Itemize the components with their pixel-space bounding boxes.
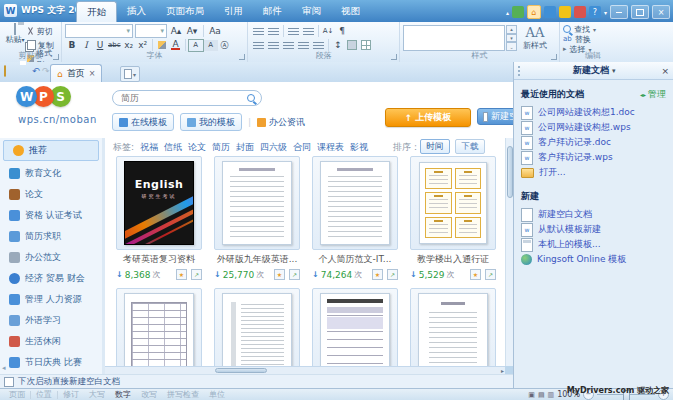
template-card[interactable]: 教学楼出入通行证 ↓ 5,529 次 ★ ↗ [407,156,499,280]
tag-letter-paper[interactable]: 信纸 [164,141,182,154]
favorite-icon[interactable]: ★ [372,269,383,280]
vertical-scrollbar[interactable] [505,138,513,366]
find-button[interactable]: 查找 ▾ [563,24,623,34]
minimize-button[interactable] [610,5,628,19]
cut-button[interactable]: 剪切 [27,24,58,38]
tab-mail[interactable]: 邮件 [253,1,292,22]
bullets-icon[interactable] [253,28,264,37]
new-blank-item[interactable]: 新建空白文档 [521,207,666,222]
template-thumbnail[interactable] [214,288,300,366]
upload-template-button[interactable]: ↑ 上传模板 [385,108,471,127]
panel-dropdown-icon[interactable]: ▾ [612,67,616,75]
template-card[interactable] [113,288,205,366]
tab-page-layout[interactable]: 页面布局 [156,1,214,22]
style-gallery-scroll[interactable]: ▴ ▾ ⌄ [506,25,517,51]
open-file-button[interactable] [4,66,6,76]
sidebar-item-festival[interactable]: 节日庆典 比赛 [0,352,102,373]
sidebar-item-recommended[interactable]: 推荐 [3,140,99,161]
web-view-icon[interactable]: ▤ [538,391,545,399]
favorite-icon[interactable]: ★ [176,269,187,280]
sidebar-item-office-docs[interactable]: 办公范文 [0,247,102,268]
font-size-combo[interactable]: ▾ [135,24,167,38]
sidebar-item-resume[interactable]: 简历求职 [0,226,102,247]
status-track-changes[interactable]: 修订 [58,389,84,400]
sidebar-item-language[interactable]: 外语学习 [0,310,102,331]
tag-schedule[interactable]: 课程表 [317,141,344,154]
tag-contract[interactable]: 合同 [293,141,311,154]
status-numlock[interactable]: 数字 [110,389,136,400]
scroll-right-icon[interactable]: ▸ [501,367,504,374]
template-thumbnail[interactable] [410,288,496,366]
sort-by-downloads-button[interactable]: 下载 [455,139,485,154]
tab-insert[interactable]: 插入 [117,1,156,22]
template-card[interactable]: 外研版九年级英语... ↓ 25,770 次 ★ ↗ [211,156,303,280]
share-icon[interactable]: ↗ [191,269,202,280]
help-dropdown-icon[interactable]: ▾ [604,9,607,16]
horizontal-scroll-thumb[interactable] [215,368,267,373]
favorite-icon[interactable]: ★ [274,269,285,280]
share-icon[interactable]: ↗ [387,269,398,280]
grow-font-button[interactable]: A▴ [169,25,183,38]
template-card[interactable] [211,288,303,366]
template-thumbnail[interactable]: English 研究生考试 [116,156,202,250]
font-name-combo[interactable]: ▾ [65,24,133,38]
close-tab-icon[interactable]: × [89,69,96,78]
sidebar-item-leisure[interactable]: 生活休闲 [0,331,102,352]
paragraph-dialog-launcher[interactable] [391,54,397,60]
close-button[interactable]: × [652,5,670,19]
sidebar-scroll-left-icon[interactable]: ◂ [2,364,6,372]
web-icon[interactable] [544,6,556,18]
style-dialog-launcher[interactable] [551,54,557,60]
share-icon[interactable]: ↗ [485,269,496,280]
clipboard-dialog-launcher[interactable] [53,54,59,60]
site-url[interactable]: wps.cn/moban [18,114,97,125]
search-icon[interactable] [247,94,255,102]
local-templates-item[interactable]: 本机上的模板... [521,237,666,252]
style-gallery[interactable] [403,25,505,51]
font-dialog-launcher[interactable] [239,54,245,60]
manage-link[interactable]: ◂▸管理 [640,88,666,101]
tag-resume[interactable]: 简历 [212,141,230,154]
template-card[interactable] [407,288,499,366]
home-icon[interactable]: ⌂ [527,5,541,19]
increase-indent-icon[interactable] [303,28,314,37]
tag-thesis[interactable]: 论文 [188,141,206,154]
vip-icon[interactable] [559,6,571,18]
undo-button[interactable]: ↶ [32,66,40,76]
char-shading-button[interactable]: A [204,40,218,51]
panel-close-icon[interactable]: × [661,66,669,76]
search-input[interactable] [119,92,247,104]
startup-checkbox[interactable] [4,377,14,387]
restore-button[interactable] [631,5,649,19]
template-title[interactable]: 教学楼出入通行证 [407,253,499,266]
recent-file-item[interactable]: w公司网站建设构想1.doc [521,105,666,120]
help-icon[interactable]: ? [589,6,601,18]
recent-file-item[interactable]: w客户拜访记录.wps [521,150,666,165]
template-search-box[interactable] [112,90,262,106]
share-icon[interactable]: ↗ [289,269,300,280]
tag-cet[interactable]: 四六级 [260,141,287,154]
shrink-font-button[interactable]: A▾ [185,25,199,38]
template-thumbnail[interactable] [410,156,496,250]
tag-blessing[interactable]: 祝福 [140,141,158,154]
template-title[interactable]: 个人简历范文-IT... [309,253,401,266]
new-from-default-item[interactable]: w从默认模板新建 [521,222,666,237]
sort-by-time-button[interactable]: 时间 [420,139,450,154]
page-view-icon[interactable]: ▣ [528,391,535,399]
tag-cover[interactable]: 封面 [236,141,254,154]
outline-view-icon[interactable]: ▥ [548,391,555,399]
feedback-icon[interactable] [574,6,586,18]
new-tab-button[interactable]: ▾ [120,66,140,82]
status-overtype[interactable]: 改写 [136,389,162,400]
decrease-indent-icon[interactable] [288,28,299,37]
template-thumbnail[interactable] [116,288,202,366]
new-style-button[interactable]: AA 新样式 [523,25,547,51]
change-case-button[interactable]: Aa [208,25,222,38]
numbering-icon[interactable] [268,28,279,37]
my-templates-button[interactable]: 我的模板 [180,113,242,131]
sidebar-item-education[interactable]: 教育文化 [0,163,102,184]
redo-button[interactable]: ↷ [42,66,50,76]
template-card[interactable]: 个人简历范文-IT... ↓ 74,264 次 ★ ↗ [309,156,401,280]
tag-movie[interactable]: 影视 [350,141,368,154]
template-thumbnail[interactable] [312,288,398,366]
